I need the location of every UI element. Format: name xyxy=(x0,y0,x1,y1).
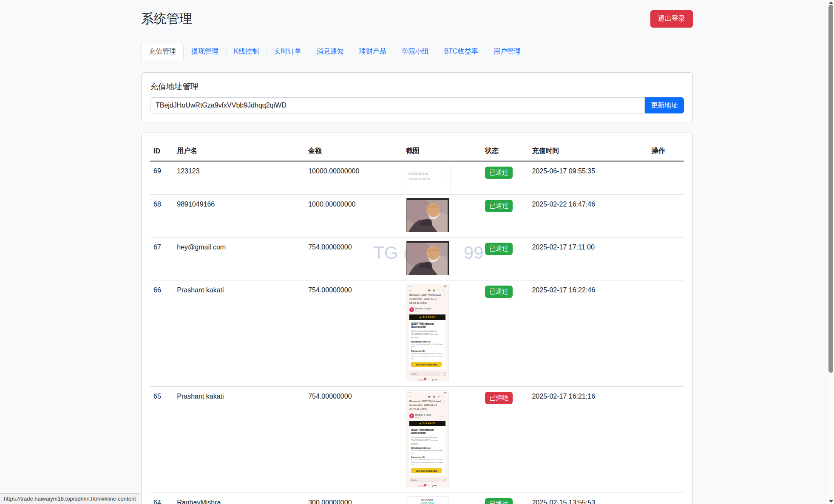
tab-recharge[interactable]: 充值管理 xyxy=(141,43,184,60)
screenshot-thumbnail-phone[interactable]: 1:10▮▮▯←▣ ▤ ▭ ⋮☆[Binance] USDT Withdrawa… xyxy=(406,390,449,487)
row-amount: 754.00000000 xyxy=(305,238,403,280)
row-amount: 10000.00000000 xyxy=(305,161,403,195)
sender-avatar: B xyxy=(409,307,414,312)
sender-block: Binance 1:43 pmto me ⌄ xyxy=(415,307,431,312)
table-row: 67hey@gmail.com754.00000000已通过2025-02-17… xyxy=(150,238,684,280)
binance-banner: ◆ BINANCE xyxy=(409,421,445,426)
tab-products[interactable]: 理财产品 xyxy=(352,43,394,60)
unsubscribe-link: ——— xyxy=(440,309,445,311)
tab-kline[interactable]: K线控制 xyxy=(226,43,267,60)
row-time: 2025-02-17 16:22:46 xyxy=(528,280,648,387)
row-time: 2025-02-15 13:55:53 xyxy=(528,493,648,504)
tab-withdraw[interactable]: 提现管理 xyxy=(184,43,226,60)
column-header-6: 操作 xyxy=(648,142,684,161)
recharge-address-card: 充值地址管理 更新地址 xyxy=(141,72,693,122)
table-header-row: ID用户名金额截图状态充值时间操作 xyxy=(150,142,684,161)
scrollbar-thumb[interactable] xyxy=(828,5,833,373)
row-amount: 754.00000000 xyxy=(305,387,403,493)
row-amount: 300.00000000 xyxy=(305,493,403,504)
logout-button[interactable]: 退出登录 xyxy=(650,10,693,28)
main-container: 系统管理 退出登录 充值管理提现管理K线控制实时订单消息通知理财产品学院小组BT… xyxy=(141,0,693,504)
chat-timestamp: 2025/6/13 16:09 xyxy=(408,177,430,182)
sender-name: Binance 1:43 pm xyxy=(415,307,431,310)
star-icon: ☆ xyxy=(443,399,445,403)
browser-scrollbar[interactable] xyxy=(827,0,834,504)
tab-btc-rate[interactable]: BTC收益率 xyxy=(437,43,486,60)
mail-heading: USDT Withdrawal Successful xyxy=(411,322,444,328)
mail-toolbar: ←▣ ▤ ▭ ⋮ xyxy=(406,287,448,293)
mail-sender-row: BBinance 1:43 pmto me ⌄——— xyxy=(406,306,448,314)
chat-timestamp: 2025/6/13 9:51 xyxy=(408,171,428,177)
reply-pill: Reply xyxy=(409,371,441,376)
mail-action-icons: ▣ ▤ ▭ ⋮ xyxy=(428,395,446,398)
scrollbar-up-arrow-icon[interactable] xyxy=(829,1,833,4)
chat-timestamp-line: 2025/6/13 16:09: xyxy=(408,177,448,182)
screenshot-thumbnail-phone[interactable]: 1:10▮▮▯←▣ ▤ ▭ ⋮☆[Binance] USDT Withdrawa… xyxy=(406,284,449,381)
screenshot-thumbnail-chat[interactable]: ·· · ···2025/6/13 9:51:2025/6/13 16:09: xyxy=(406,165,451,189)
row-actions xyxy=(648,161,684,195)
visit-dashboard-button: Visit Your Dashboard xyxy=(411,362,442,367)
screenshot-thumbnail-receipt[interactable]: BTC/USDT+300.0000·······················… xyxy=(406,496,448,504)
status-badge: 已通过 xyxy=(485,286,513,298)
receipt-pair: BTC/USDT xyxy=(408,498,446,501)
tab-orders[interactable]: 实时订单 xyxy=(267,43,309,60)
link-preview-statusbar: https://trade.haiwaiym18.top/admin.html#… xyxy=(0,493,140,504)
tab-notify[interactable]: 消息通知 xyxy=(309,43,352,60)
recharge-address-input[interactable] xyxy=(150,97,645,113)
row-actions xyxy=(648,238,684,280)
sender-avatar: B xyxy=(409,413,414,418)
row-username: Prashant kakati xyxy=(173,387,305,493)
camera-app-icon xyxy=(432,379,437,381)
row-id: 67 xyxy=(150,238,173,280)
reply-bar: Reply xyxy=(409,371,446,376)
emoji-icon xyxy=(443,372,446,376)
status-badge: 已拒绝 xyxy=(485,392,513,404)
row-username: RaghavMishra xyxy=(173,493,305,504)
table-row: 64RaghavMishra300.00000000BTC/USDT+300.0… xyxy=(150,493,684,504)
mail-action-icons: ▣ ▤ ▭ ⋮ xyxy=(428,289,446,292)
visit-dashboard-button: Visit Your Dashboard xyxy=(411,468,442,473)
row-id: 66 xyxy=(150,280,173,387)
star-icon: ☆ xyxy=(443,293,445,297)
recharge-table: ID用户名金额截图状态充值时间操作 6912312310000.00000000… xyxy=(150,142,684,504)
mail-body-line: 754.00000000 USDT from your account. xyxy=(411,333,444,339)
row-status-cell: 已通过 xyxy=(482,493,529,504)
withdrawal-address-value: TBejdJHoUwRtGza9vfxVVbb9Jdhqq2qiWD xyxy=(411,449,444,455)
phone-time: 1:10 xyxy=(408,391,411,394)
table-body: 6912312310000.00000000·· · ···2025/6/13 … xyxy=(150,161,684,504)
row-screenshot-cell: 1:10▮▮▯←▣ ▤ ▭ ⋮☆[Binance] USDT Withdrawa… xyxy=(403,387,482,493)
phone-time: 1:10 xyxy=(408,285,411,287)
mail-heading: USDT Withdrawal Successful xyxy=(411,428,444,434)
row-time: 2025-02-17 17:11:00 xyxy=(528,238,648,280)
page-header: 系统管理 退出登录 xyxy=(141,10,693,28)
row-username: Prashant kakati xyxy=(173,280,305,387)
column-header-1: 用户名 xyxy=(173,142,305,161)
scrollbar-down-arrow-icon[interactable] xyxy=(829,500,833,503)
mail-body-line: 754.00000000 USDT from your account. xyxy=(411,439,444,445)
screenshot-thumbnail-photo[interactable] xyxy=(406,241,449,275)
address-input-group: 更新地址 xyxy=(150,97,684,113)
table-row: 6912312310000.00000000·· · ···2025/6/13 … xyxy=(150,161,684,195)
row-amount: 754.00000000 xyxy=(305,280,403,387)
mail-app-icon xyxy=(418,485,426,487)
row-time: 2025-02-17 16:21:16 xyxy=(528,387,648,493)
transaction-id-value: b4190ce5d53f15465764857f17171717b7465c25… xyxy=(411,352,444,360)
row-username: 123123 xyxy=(173,161,305,195)
column-header-0: ID xyxy=(150,142,173,161)
emoji-icon xyxy=(443,479,446,482)
old-man-painting-image xyxy=(406,198,449,232)
tab-bar: 充值管理提现管理K线控制实时订单消息通知理财产品学院小组BTC收益率用户管理 xyxy=(141,43,693,60)
recharge-records-card: TG @ 99 ID用户名金额截图状态充值时间操作 6912312310000.… xyxy=(141,133,693,504)
row-status-cell: 已通过 xyxy=(482,195,529,238)
row-amount: 1000.00000000 xyxy=(305,195,403,238)
table-row: 66Prashant kakati754.000000001:10▮▮▯←▣ ▤… xyxy=(150,280,684,387)
screenshot-thumbnail-photo[interactable] xyxy=(406,198,449,232)
update-address-button[interactable]: 更新地址 xyxy=(645,97,684,113)
mail-sender-row: BBinance 1:43 pmto me ⌄——— xyxy=(406,413,448,420)
tab-academy[interactable]: 学院小组 xyxy=(394,43,437,60)
column-header-2: 金额 xyxy=(305,142,403,161)
tab-users[interactable]: 用户管理 xyxy=(486,43,528,60)
camera-app-icon xyxy=(432,485,437,487)
row-status-cell: 已通过 xyxy=(482,161,529,195)
back-arrow-icon: ← xyxy=(409,395,412,398)
